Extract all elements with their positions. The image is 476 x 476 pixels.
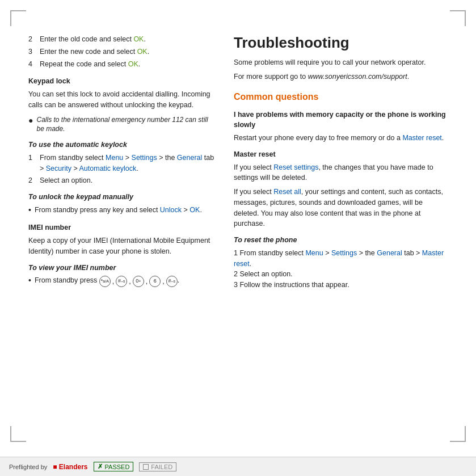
view-imei-heading: To view your IMEI number xyxy=(28,263,216,273)
corner-mark-br xyxy=(450,426,466,442)
auto-keylock-step-1-text: From standby select Menu > Settings > th… xyxy=(40,153,216,174)
keypad-lock-body: You can set this lock to avoid accidenta… xyxy=(28,89,216,111)
elanders-logo: ■ Elanders xyxy=(53,463,87,471)
notice-block: ● Calls to the international emergency n… xyxy=(28,115,216,134)
page-title: Troubleshooting xyxy=(234,34,448,52)
passed-badge: ✗ PASSED xyxy=(94,462,134,471)
corner-mark-tr xyxy=(450,10,466,26)
step-3-text: Enter the new code and select OK. xyxy=(40,47,149,57)
preflighted-label: Preflighted by xyxy=(9,464,47,470)
intro-2: For more support go to www.sonyericsson.… xyxy=(234,71,448,82)
auto-keylock-step-2: 2 Select an option. xyxy=(28,175,216,186)
reset-step-3: 3 Follow the instructions that appear. xyxy=(234,280,448,290)
reset-step-2: 2 Select an option. xyxy=(234,269,448,280)
menu-link: Menu xyxy=(106,154,123,162)
bullet-dot: • xyxy=(28,205,31,216)
master-reset-link-1: Master reset xyxy=(402,134,441,142)
keypad-lock-heading: Keypad lock xyxy=(28,76,216,87)
imei-body: Keep a copy of your IMEI (International … xyxy=(28,235,216,257)
key-hash2: #–s xyxy=(166,276,178,287)
left-column: 2 Enter the old code and select OK. 3 En… xyxy=(28,34,216,431)
key-six: 6 xyxy=(149,276,161,287)
reset-step-3-num: 3 xyxy=(234,281,238,289)
reset-settings-link: Reset settings xyxy=(273,163,318,171)
failed-badge: FAILED xyxy=(139,462,176,471)
auto-keylock-step-2-text: Select an option. xyxy=(40,175,92,186)
reset-step-3-text: Follow the instructions that appear. xyxy=(239,281,349,289)
passed-label: PASSED xyxy=(105,464,130,470)
general-link: General xyxy=(177,154,202,162)
step-2: 2 Enter the old code and select OK. xyxy=(28,34,216,45)
auto-keylock-heading: To use the automatic keylock xyxy=(28,140,216,150)
key-star: *a/A xyxy=(99,276,111,287)
auto-keylock-step-1: 1 From standby select Menu > Settings > … xyxy=(28,153,216,174)
settings-link-2: Settings xyxy=(331,249,357,257)
keypad-icons: *a/A, #–s, 0+, 6, #–s xyxy=(99,276,178,287)
step-4-link: OK xyxy=(128,60,138,68)
step-3-link: OK xyxy=(137,48,148,56)
step-3: 3 Enter the new code and select OK. xyxy=(28,47,216,57)
reset-step-1: 1 From standby select Menu > Settings > … xyxy=(234,248,448,269)
unlock-manually-text: From standby press any key and select Un… xyxy=(35,205,202,216)
unlock-link: Unlock xyxy=(160,206,182,214)
support-url: www.sonyericsson.com/support xyxy=(308,73,407,81)
memory-issue-body: Restart your phone every day to free mem… xyxy=(234,133,448,144)
passed-check: ✗ xyxy=(98,463,103,470)
key-hash1: #–s xyxy=(116,276,127,287)
notice-icon: ● xyxy=(28,115,33,125)
view-imei-bullet: • From standby press *a/A, #–s, 0+, 6, #… xyxy=(28,275,216,287)
common-questions-title: Common questions xyxy=(234,90,448,104)
master-reset-heading: Master reset xyxy=(234,149,448,160)
reset-step-1-num: 1 xyxy=(234,249,238,257)
corner-mark-tl xyxy=(10,10,26,26)
reset-step-2-num: 2 xyxy=(234,270,238,278)
automatic-keylock-link: Automatic keylock xyxy=(79,165,137,172)
corner-mark-bl xyxy=(10,426,26,442)
reset-step-2-text: Select an option. xyxy=(239,270,292,278)
step-2-link: OK xyxy=(133,35,144,43)
reset-step-1-text: From standby select Menu > Settings > th… xyxy=(234,249,444,268)
menu-link-2: Menu xyxy=(305,249,323,257)
bullet-dot-2: • xyxy=(28,275,31,287)
unlock-manually-heading: To unlock the keypad manually xyxy=(28,192,216,203)
reset-all-link: Reset all xyxy=(273,188,301,196)
preflighted-bar: Preflighted by ■ Elanders ✗ PASSED FAILE… xyxy=(0,457,476,476)
memory-issue-heading: I have problems with memory capacity or … xyxy=(234,109,448,131)
step-4: 4 Repeat the code and select OK. xyxy=(28,59,216,70)
step-4-text: Repeat the code and select OK. xyxy=(40,59,140,70)
general-link-2: General xyxy=(377,249,402,257)
ok-link: OK xyxy=(189,206,200,214)
auto-keylock-step-1-num: 1 xyxy=(28,153,36,174)
step-3-num: 3 xyxy=(28,47,36,57)
failed-label: FAILED xyxy=(151,464,172,470)
intro-1: Some problems will require you to call y… xyxy=(234,57,448,68)
page: 2 Enter the old code and select OK. 3 En… xyxy=(0,0,476,476)
master-reset-para1: If you select Reset settings, the change… xyxy=(234,162,448,184)
main-content: 2 Enter the old code and select OK. 3 En… xyxy=(28,34,448,431)
key-zero: 0+ xyxy=(133,276,144,287)
step-4-num: 4 xyxy=(28,59,36,70)
master-reset-para2: If you select Reset all, your settings a… xyxy=(234,187,448,229)
settings-link: Settings xyxy=(132,154,157,162)
view-imei-text: From standby press *a/A, #–s, 0+, 6, #–s… xyxy=(35,275,179,287)
right-column: Troubleshooting Some problems will requi… xyxy=(234,34,448,431)
failed-box xyxy=(143,464,149,470)
reset-phone-heading: To reset the phone xyxy=(234,235,448,246)
step-2-text: Enter the old code and select OK. xyxy=(40,34,146,45)
step-2-num: 2 xyxy=(28,34,36,45)
unlock-manually-bullet: • From standby press any key and select … xyxy=(28,205,216,216)
notice-text: Calls to the international emergency num… xyxy=(36,115,216,134)
imei-heading: IMEI number xyxy=(28,222,216,233)
auto-keylock-step-2-num: 2 xyxy=(28,175,36,186)
security-link: Security xyxy=(46,165,71,172)
